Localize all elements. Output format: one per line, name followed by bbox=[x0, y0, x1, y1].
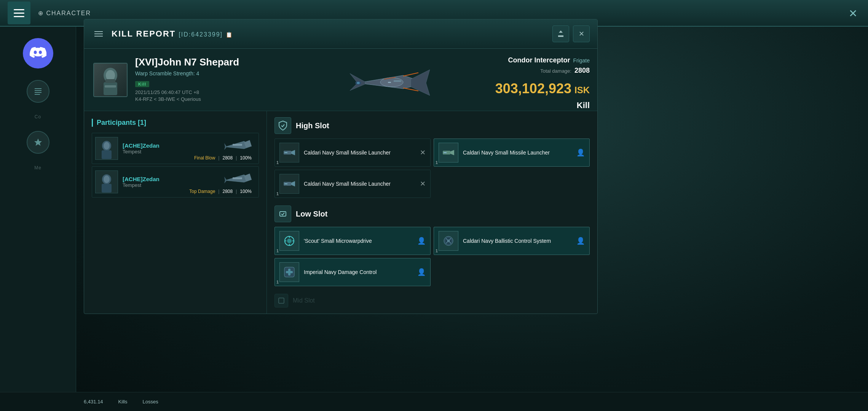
bottom-kills-label: Kills bbox=[118, 399, 128, 405]
ship-type: Frigate bbox=[573, 57, 590, 64]
modal-header: KILL REPORT [ID:6423399] 📋 ✕ bbox=[84, 19, 597, 49]
kill-report-modal: KILL REPORT [ID:6423399] 📋 ✕ bbox=[84, 19, 598, 314]
low-module-name-2: Imperial Navy Damage Control bbox=[304, 269, 413, 276]
low-module-name-1: 'Scout' Small Microwarpdrive bbox=[304, 237, 413, 244]
high-slot-icon bbox=[274, 117, 291, 134]
svg-rect-2 bbox=[35, 92, 41, 93]
low-slot-item-2: 1 Imperial Navy Damage Control 👤 bbox=[274, 258, 431, 286]
discord-button[interactable] bbox=[23, 38, 53, 68]
bottom-stat-kills: Kills bbox=[118, 399, 128, 405]
participants-panel: Participants [1] [ACHE]Zedan Tempest bbox=[84, 111, 267, 314]
kill-info-section: [XVI]John N7 Shepard Warp Scramble Stren… bbox=[84, 49, 597, 111]
participant-avatar-2 bbox=[95, 170, 118, 193]
bottom-losses-label: Losses bbox=[142, 399, 158, 405]
high-slot-item-right-1: 1 Caldari Navy Small Missile Launcher bbox=[434, 139, 590, 167]
high-slot-item-1: 1 Caldari Navy Small Missile Launcher bbox=[274, 139, 431, 167]
participant-weapon-1 bbox=[221, 135, 255, 158]
module-person-icon-1: 👤 bbox=[576, 148, 585, 157]
next-slot-label: Mid Slot bbox=[293, 297, 315, 304]
kill-type-label: Kill bbox=[495, 100, 590, 110]
participant-pct-2: 100% bbox=[240, 189, 252, 194]
high-slot-grid: 1 Caldari Navy Small Missile Launcher bbox=[274, 139, 590, 198]
svg-rect-31 bbox=[444, 152, 447, 153]
high-slot-header: High Slot bbox=[274, 117, 590, 134]
low-slot-header: Low Slot bbox=[274, 206, 590, 222]
modal-title: KILL REPORT [ID:6423399] 📋 bbox=[112, 29, 233, 39]
high-slot-section: High Slot 1 bbox=[274, 117, 590, 198]
isk-label: ISK bbox=[574, 85, 590, 96]
svg-rect-14 bbox=[388, 82, 391, 83]
sidebar-co-label: Co bbox=[35, 114, 41, 119]
hamburger-button[interactable] bbox=[8, 2, 30, 24]
svg-point-34 bbox=[287, 239, 292, 243]
module-qty-2: 1 bbox=[276, 191, 279, 196]
sidebar-star-icon bbox=[27, 131, 49, 154]
module-name-1: Caldari Navy Small Missile Launcher bbox=[304, 149, 415, 156]
ship-class: Condor Interceptor bbox=[508, 56, 570, 64]
export-button[interactable] bbox=[552, 25, 569, 42]
modal-id: [ID:6423399] bbox=[179, 31, 223, 38]
sidebar: Co Me bbox=[0, 27, 76, 411]
modal-menu-button[interactable] bbox=[92, 27, 105, 41]
main-content: Participants [1] [ACHE]Zedan Tempest bbox=[84, 111, 597, 314]
participant-stats-1: Final Blow | 2808 | 100% bbox=[194, 155, 255, 161]
module-qty-1: 1 bbox=[276, 160, 279, 165]
svg-point-21 bbox=[104, 175, 110, 183]
svg-rect-18 bbox=[233, 144, 242, 146]
module-name-2: Caldari Navy Small Missile Launcher bbox=[304, 180, 415, 187]
svg-point-17 bbox=[104, 142, 110, 150]
kill-badge: Kill bbox=[135, 81, 149, 87]
high-slot-item-2: 1 Caldari Navy Small Missile Launcher bbox=[274, 170, 431, 198]
svg-rect-3 bbox=[35, 94, 40, 95]
module-icon-r1 bbox=[439, 143, 458, 162]
low-module-qty-2: 1 bbox=[276, 280, 279, 284]
victim-avatar bbox=[93, 63, 128, 97]
ship-stats: Condor Interceptor Frigate Total damage:… bbox=[495, 56, 590, 110]
svg-rect-37 bbox=[288, 269, 290, 276]
participant-weapon-2 bbox=[221, 169, 255, 191]
svg-rect-6 bbox=[104, 82, 117, 95]
app-icon: ⊕ CHARACTER bbox=[38, 10, 91, 17]
next-slot-preview: Mid Slot bbox=[274, 294, 590, 307]
svg-rect-28 bbox=[284, 183, 287, 185]
participant-damage-1: 2808 bbox=[222, 155, 233, 161]
copy-icon[interactable]: 📋 bbox=[226, 32, 233, 38]
top-damage-label: Top Damage bbox=[189, 189, 215, 194]
total-damage-value: 2808 bbox=[574, 67, 590, 75]
low-module-person-1: 👤 bbox=[417, 237, 426, 245]
top-close-button[interactable]: ✕ bbox=[845, 6, 860, 21]
svg-rect-16 bbox=[102, 150, 112, 159]
modal-title-text: KILL REPORT bbox=[112, 29, 176, 38]
svg-point-7 bbox=[106, 70, 115, 81]
participant-stats-2: Top Damage | 2808 | 100% bbox=[189, 189, 255, 194]
svg-rect-9 bbox=[105, 79, 115, 83]
svg-rect-1 bbox=[35, 90, 41, 91]
bottom-bar: 6,431.14 Kills Losses bbox=[0, 392, 868, 411]
svg-rect-13 bbox=[394, 80, 401, 82]
high-slot-title: High Slot bbox=[296, 121, 329, 130]
modal-close-button[interactable]: ✕ bbox=[573, 25, 590, 42]
svg-rect-25 bbox=[284, 152, 287, 153]
module-remove-2[interactable]: ✕ bbox=[420, 180, 426, 188]
modules-panel: High Slot 1 bbox=[267, 111, 597, 314]
low-module-name-r1: Caldari Navy Ballistic Control System bbox=[463, 237, 572, 244]
participant-row: [ACHE]Zedan Tempest Final Blow | 2808 bbox=[92, 133, 259, 164]
module-icon-1 bbox=[279, 143, 299, 162]
low-module-icon-r1 bbox=[439, 231, 458, 251]
module-icon-2 bbox=[279, 174, 299, 194]
svg-rect-20 bbox=[102, 184, 112, 193]
svg-marker-4 bbox=[34, 139, 42, 146]
next-slot-icon bbox=[274, 294, 288, 307]
svg-rect-41 bbox=[279, 298, 284, 303]
svg-rect-8 bbox=[105, 85, 116, 88]
participant-pct-1: 100% bbox=[240, 155, 252, 161]
low-module-person-r1: 👤 bbox=[576, 237, 585, 245]
bottom-stat-losses: Losses bbox=[142, 399, 158, 405]
module-qty-r1: 1 bbox=[436, 160, 438, 165]
low-slot-icon bbox=[274, 206, 291, 222]
module-remove-1[interactable]: ✕ bbox=[420, 148, 426, 157]
final-blow-label: Final Blow bbox=[194, 155, 215, 161]
low-slot-grid: 1 'Scout bbox=[274, 227, 590, 286]
low-module-person-2: 👤 bbox=[417, 268, 426, 276]
isk-value: 303,102,923 bbox=[495, 81, 571, 97]
